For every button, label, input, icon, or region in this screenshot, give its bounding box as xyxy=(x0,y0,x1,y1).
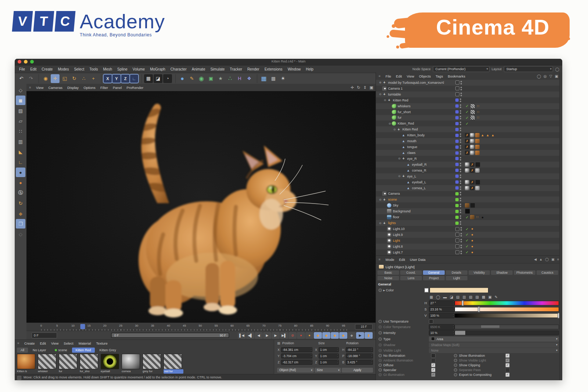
render-visibility-dot[interactable] xyxy=(460,177,461,178)
grey-tag[interactable] xyxy=(475,168,480,173)
object-row-background[interactable]: Background xyxy=(376,208,562,214)
slider-cursor[interactable] xyxy=(478,306,480,312)
menu-create[interactable]: Create xyxy=(42,67,53,71)
expand-toggle[interactable]: ⊖ xyxy=(378,93,382,96)
menu-edit[interactable]: Edit xyxy=(30,67,36,71)
editor-visibility-dot[interactable] xyxy=(460,163,461,164)
ruler-end-field[interactable]: 15 F xyxy=(355,324,373,330)
workplane-mode-button[interactable]: ▱ xyxy=(16,116,25,126)
editor-visibility-dot[interactable] xyxy=(460,110,461,112)
expand-toggle[interactable]: ⊖ xyxy=(388,122,392,125)
layer-color-chip[interactable] xyxy=(455,192,459,195)
object-row-light-9[interactable]: Light.9✓● xyxy=(376,232,562,238)
viewport-menu-cameras[interactable]: Cameras xyxy=(48,86,62,90)
autokey-position-button[interactable]: ◆ xyxy=(314,332,322,339)
menu-render[interactable]: Render xyxy=(247,67,259,71)
render-visibility-dot[interactable] xyxy=(460,112,461,114)
layer-color-chip[interactable] xyxy=(455,104,459,108)
material-thumbnail[interactable] xyxy=(17,354,35,369)
object-row-claws[interactable]: ▲claws✗ xyxy=(376,150,562,156)
hsv-sliders-icon[interactable]: ▥ xyxy=(463,295,466,299)
tab-light[interactable]: Light xyxy=(446,276,467,280)
phong-tag[interactable] xyxy=(465,168,469,173)
position-z-field[interactable]: -62.317 cm xyxy=(281,360,312,365)
om-menu-file[interactable]: File xyxy=(386,74,391,78)
object-row-scene[interactable]: ⊖+scene xyxy=(376,197,562,202)
show-illumination-checkbox[interactable]: ✓ xyxy=(505,353,510,358)
panel-menu-icon[interactable]: ≡ xyxy=(29,86,33,89)
lock-icon[interactable]: ▣ xyxy=(551,258,555,261)
material-grey-fur[interactable]: grey fur xyxy=(143,354,162,374)
tab-lens[interactable]: Lens xyxy=(400,276,422,280)
menu-mesh[interactable]: Mesh xyxy=(103,67,112,71)
expand-toggle[interactable]: ⊖ xyxy=(378,222,382,225)
layer-color-chip[interactable] xyxy=(455,134,459,137)
diffuse-checkbox[interactable]: ✓ xyxy=(431,363,435,367)
spline-menu[interactable]: ✎ xyxy=(187,74,196,83)
texb-tag[interactable] xyxy=(465,203,469,208)
visibility-dots[interactable] xyxy=(460,221,461,225)
render-settings-button[interactable]: ◔ xyxy=(163,74,172,83)
mixer-icon[interactable]: ▩ xyxy=(482,295,485,299)
tex-tag[interactable] xyxy=(475,151,480,155)
menu-modes[interactable]: Modes xyxy=(58,67,69,71)
om-menu-bookmarks[interactable]: Bookmarks xyxy=(448,74,465,78)
expand-toggle[interactable]: ⊖ xyxy=(392,128,397,131)
editor-visibility-dot[interactable] xyxy=(460,251,462,252)
material-thumbnail[interactable] xyxy=(38,354,56,369)
dark-tag[interactable] xyxy=(475,162,480,167)
dark-tag[interactable] xyxy=(470,203,475,208)
visibility-dots[interactable] xyxy=(460,251,462,254)
editor-visibility-dot[interactable] xyxy=(460,169,461,170)
filter-icon[interactable]: ▽ xyxy=(549,74,552,78)
editor-visibility-dot[interactable] xyxy=(460,186,461,188)
check-tag[interactable]: ✓ xyxy=(465,233,469,237)
visibility-dots[interactable] xyxy=(460,192,461,195)
camera-menu[interactable]: ▩ xyxy=(269,74,278,83)
object-row-floor[interactable]: floor✓∷● xyxy=(376,214,562,220)
visibility-dots[interactable] xyxy=(460,233,462,237)
menu-mograph[interactable]: MoGraph xyxy=(150,67,165,71)
mograph-menu[interactable]: ∴ xyxy=(226,74,234,83)
object-row-cornea-r[interactable]: ▲cornea_R✗ xyxy=(376,168,562,173)
editor-visibility-dot[interactable] xyxy=(460,139,461,141)
visibility-dots[interactable] xyxy=(460,180,461,184)
orange-tag[interactable]: ∷ xyxy=(475,215,480,219)
render-visibility-dot[interactable] xyxy=(460,183,461,184)
materials-menu-view[interactable]: View xyxy=(51,341,58,345)
s-field[interactable]: 23.16 % xyxy=(429,306,455,312)
render-visibility-dot[interactable] xyxy=(460,83,462,84)
subdivision-surface-menu[interactable]: ◉ xyxy=(197,74,206,83)
layer-color-chip[interactable] xyxy=(455,80,459,84)
intensity-slider[interactable] xyxy=(455,330,559,335)
swatch-list-icon[interactable]: ▨ xyxy=(475,295,478,299)
weight-tag[interactable]: ✗ xyxy=(470,168,474,173)
phong-tag[interactable] xyxy=(465,180,469,184)
editor-visibility-dot[interactable] xyxy=(460,209,461,211)
render-visibility-dot[interactable] xyxy=(460,194,461,195)
visibility-dots[interactable] xyxy=(460,139,461,143)
s-slider[interactable] xyxy=(455,307,559,312)
material-layer-kitten-red[interactable]: Kitten Red xyxy=(72,348,95,353)
om-menu-edit[interactable]: Edit xyxy=(396,74,402,78)
parameter-dot[interactable] xyxy=(379,368,382,371)
kelvin-icon[interactable]: ▧ xyxy=(469,295,472,299)
rotation-b-field[interactable]: 3.425 ° xyxy=(346,360,373,365)
visibility-dots[interactable] xyxy=(460,93,462,96)
editor-visibility-dot[interactable] xyxy=(460,233,462,234)
menu-simulate[interactable]: Simulate xyxy=(210,67,225,71)
position-y-field[interactable]: -3.704 cm xyxy=(281,353,312,359)
weight-tag[interactable]: ✗ xyxy=(465,133,469,137)
search-icon[interactable]: ◯ xyxy=(555,67,559,71)
visibility-dots[interactable] xyxy=(460,98,461,102)
check-tag[interactable]: ✓ xyxy=(465,215,469,219)
layer-color-chip[interactable] xyxy=(455,169,459,172)
size-z-field[interactable]: 1 cm xyxy=(319,360,339,365)
editor-visibility-dot[interactable] xyxy=(460,151,461,152)
parameter-dot[interactable] xyxy=(379,337,382,341)
eyedropper-icon[interactable]: ✎ xyxy=(495,295,498,299)
render-visibility-dot[interactable] xyxy=(460,101,461,102)
size-y-field[interactable]: 1 cm xyxy=(319,353,339,359)
visibility-dots[interactable] xyxy=(460,87,462,90)
titlebar[interactable]: Kitten Red.c4d * - Main xyxy=(15,59,562,65)
